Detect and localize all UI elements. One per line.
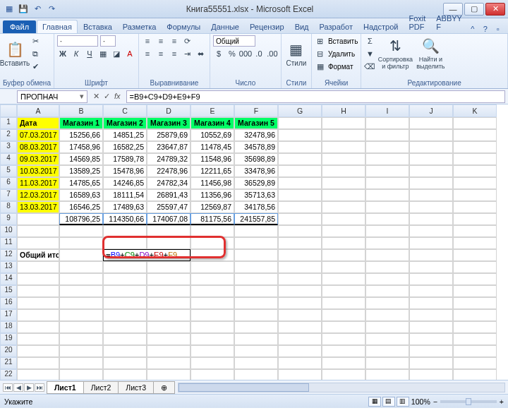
align-middle-icon[interactable]: ≡ — [155, 35, 167, 47]
find-select-button[interactable]: 🔍 Найти и выделить — [415, 35, 446, 72]
cell[interactable] — [322, 249, 365, 261]
cell[interactable] — [59, 273, 103, 285]
cell[interactable] — [322, 129, 365, 141]
cell[interactable]: 81175,56 — [190, 213, 234, 225]
cell[interactable] — [278, 225, 322, 237]
cell[interactable]: 6 — [0, 177, 17, 189]
underline-icon[interactable]: Ч — [84, 48, 95, 59]
cell[interactable] — [453, 141, 497, 153]
number-format-combo[interactable]: Общий — [213, 35, 255, 47]
align-right-icon[interactable]: ≡ — [169, 48, 180, 59]
cell[interactable] — [59, 369, 103, 380]
cell[interactable] — [278, 261, 322, 273]
cell[interactable]: Магазин 3 — [147, 117, 190, 129]
delete-cells-icon[interactable]: ⊟ — [315, 48, 326, 59]
cell[interactable] — [409, 201, 453, 213]
font-color-icon[interactable]: A — [124, 48, 135, 59]
cell[interactable] — [147, 345, 190, 357]
cell[interactable]: B — [59, 104, 103, 117]
cell[interactable] — [453, 117, 497, 129]
cell[interactable] — [278, 249, 322, 261]
cell[interactable] — [365, 237, 409, 249]
cell[interactable] — [17, 237, 59, 249]
horizontal-scrollbar[interactable] — [178, 383, 505, 392]
cell[interactable] — [409, 357, 453, 369]
cell[interactable] — [103, 333, 147, 345]
cell[interactable]: 16546,25 — [59, 201, 103, 213]
sheet-nav-last-icon[interactable]: ⏭ — [35, 383, 44, 392]
cell[interactable] — [365, 369, 409, 380]
cell[interactable] — [322, 321, 365, 333]
cell[interactable] — [234, 261, 278, 273]
cell[interactable] — [453, 201, 497, 213]
cell[interactable] — [103, 225, 147, 237]
cell[interactable]: 25879,69 — [147, 129, 190, 141]
cell[interactable] — [365, 141, 409, 153]
cell[interactable] — [234, 309, 278, 321]
cell[interactable] — [365, 273, 409, 285]
cell[interactable]: 17589,78 — [103, 153, 147, 165]
cell[interactable] — [278, 213, 322, 225]
cell[interactable] — [322, 333, 365, 345]
cell[interactable] — [147, 297, 190, 309]
cell[interactable] — [278, 129, 322, 141]
cell[interactable]: I — [365, 104, 409, 117]
cell[interactable] — [453, 309, 497, 321]
page-layout-view-icon[interactable]: ▤ — [382, 397, 395, 407]
cell[interactable] — [409, 285, 453, 297]
cell[interactable] — [190, 369, 234, 380]
cell[interactable] — [234, 273, 278, 285]
cell[interactable]: 22 — [0, 369, 17, 380]
cell[interactable]: 10 — [0, 225, 17, 237]
cell[interactable]: 32478,96 — [234, 129, 278, 141]
cell[interactable] — [147, 225, 190, 237]
maximize-button[interactable]: ▢ — [464, 3, 484, 16]
cell[interactable]: 7 — [0, 189, 17, 201]
cell[interactable] — [409, 117, 453, 129]
align-center-icon[interactable]: ≡ — [155, 48, 167, 59]
cell[interactable] — [409, 225, 453, 237]
cell[interactable]: Магазин 5 — [234, 117, 278, 129]
cell[interactable]: 174067,08 — [147, 213, 190, 225]
cell[interactable]: 13589,25 — [59, 165, 103, 177]
fill-icon[interactable]: ▼ — [364, 48, 375, 59]
cell[interactable]: G — [278, 104, 322, 117]
border-icon[interactable]: ▦ — [97, 48, 109, 59]
cell[interactable] — [234, 297, 278, 309]
align-bottom-icon[interactable]: ≡ — [169, 35, 180, 47]
cell[interactable] — [365, 129, 409, 141]
save-icon[interactable]: 💾 — [17, 3, 30, 16]
cell[interactable] — [409, 297, 453, 309]
cell[interactable] — [453, 177, 497, 189]
cell[interactable] — [365, 153, 409, 165]
cell[interactable]: 23647,87 — [147, 141, 190, 153]
cell[interactable] — [278, 117, 322, 129]
cell[interactable]: 14246,85 — [103, 177, 147, 189]
cell[interactable]: Магазин 1 — [59, 117, 103, 129]
cell[interactable] — [453, 249, 497, 261]
cell[interactable]: 15478,96 — [103, 165, 147, 177]
cell[interactable] — [190, 225, 234, 237]
sheet-tab-1[interactable]: Лист1 — [47, 381, 84, 394]
paste-button[interactable]: 📋 Вставить — [3, 35, 27, 72]
cell[interactable] — [453, 345, 497, 357]
cell[interactable] — [365, 357, 409, 369]
tab-view[interactable]: Вид — [290, 20, 314, 33]
cell[interactable]: 35713,63 — [234, 189, 278, 201]
cell[interactable]: D — [147, 104, 190, 117]
cell[interactable] — [322, 345, 365, 357]
cell[interactable]: 34578,89 — [234, 141, 278, 153]
cell[interactable] — [365, 117, 409, 129]
autosum-icon[interactable]: Σ — [364, 35, 375, 47]
insert-cells-icon[interactable]: ⊞ — [315, 35, 326, 47]
cell[interactable] — [409, 261, 453, 273]
cell[interactable] — [322, 153, 365, 165]
indent-icon[interactable]: ⇥ — [182, 48, 193, 59]
cell[interactable]: 14851,25 — [103, 129, 147, 141]
cell[interactable] — [409, 129, 453, 141]
cell[interactable]: 17 — [0, 309, 17, 321]
cancel-formula-icon[interactable]: ✕ — [93, 92, 99, 101]
cell[interactable] — [278, 369, 322, 380]
cell[interactable] — [453, 369, 497, 380]
tab-data[interactable]: Данные — [206, 20, 244, 33]
